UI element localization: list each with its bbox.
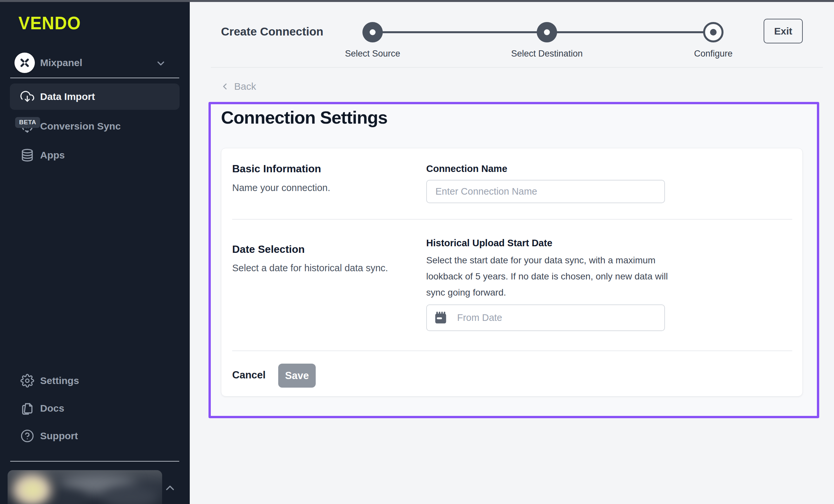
vendo-logo: VENDO <box>18 13 81 34</box>
sidebar-divider-bottom <box>10 461 179 462</box>
connection-name-label: Connection Name <box>426 163 507 174</box>
beta-badge: BETA <box>15 117 40 128</box>
cloud-download-icon <box>20 90 34 104</box>
sidebar-item-label: Support <box>40 430 78 441</box>
back-link-label: Back <box>234 81 256 92</box>
database-icon <box>20 148 34 162</box>
historical-upload-description: Select the start date for your data sync… <box>426 252 676 301</box>
historical-upload-start-date-label: Historical Upload Start Date <box>426 238 552 248</box>
section-divider <box>232 350 792 351</box>
sidebar-item-support[interactable]: Support <box>10 423 179 449</box>
step-dot-select-source <box>363 22 383 42</box>
sidebar-item-label: Conversion Sync <box>40 120 121 132</box>
workspace-name: Mixpanel <box>40 57 82 68</box>
sidebar-divider-top <box>10 78 179 78</box>
workspace-switcher[interactable]: Mixpanel <box>10 49 179 77</box>
sidebar-item-conversion-sync[interactable]: Conversion Sync BETA <box>10 113 179 139</box>
exit-button[interactable]: Exit <box>764 19 803 43</box>
date-selection-title: Date Selection <box>232 243 305 256</box>
chevron-down-icon <box>155 58 167 70</box>
sidebar-item-label: Settings <box>40 375 79 386</box>
mixpanel-avatar <box>15 52 35 73</box>
help-icon <box>20 429 34 443</box>
back-link[interactable]: Back <box>220 81 256 92</box>
step-label-configure: Configure <box>648 49 779 59</box>
chevron-up-icon <box>163 481 177 496</box>
sidebar-item-label: Apps <box>40 150 65 161</box>
page-header-title: Create Connection <box>221 25 323 38</box>
chevron-left-icon <box>220 82 230 91</box>
sidebar-item-label: Data Import <box>40 91 95 102</box>
page-title: Connection Settings <box>221 107 388 128</box>
sidebar-item-apps[interactable]: Apps <box>10 142 179 168</box>
sidebar-item-docs[interactable]: Docs <box>10 395 179 421</box>
sidebar: VENDO Mixpanel Data Import <box>0 0 190 504</box>
section-divider <box>232 219 792 220</box>
date-selection-subtitle: Select a date for historical data sync. <box>232 263 388 273</box>
step-label-select-destination: Select Destination <box>481 49 613 59</box>
basic-information-subtitle: Name your connection. <box>232 182 330 193</box>
from-date-input[interactable] <box>426 304 665 331</box>
settings-card: Basic Information Name your connection. … <box>221 148 803 396</box>
step-dot-configure <box>703 22 724 42</box>
header-divider <box>211 67 823 68</box>
connection-name-input[interactable] <box>426 180 665 203</box>
step-dot-select-destination <box>537 22 557 42</box>
sidebar-item-data-import[interactable]: Data Import <box>10 84 179 110</box>
user-info-blurred <box>7 470 162 504</box>
cancel-button[interactable]: Cancel <box>232 369 266 381</box>
basic-information-title: Basic Information <box>232 163 321 175</box>
docs-icon <box>20 401 34 415</box>
step-label-select-source: Select Source <box>307 49 438 59</box>
user-account-menu[interactable] <box>0 470 190 504</box>
sidebar-item-label: Docs <box>40 403 64 414</box>
sidebar-item-settings[interactable]: Settings <box>10 368 179 394</box>
save-button[interactable]: Save <box>278 364 316 388</box>
gear-icon <box>20 374 34 388</box>
window-top-strip <box>0 0 834 2</box>
screen: VENDO Mixpanel Data Import <box>0 0 834 504</box>
blur-blob <box>22 481 43 498</box>
